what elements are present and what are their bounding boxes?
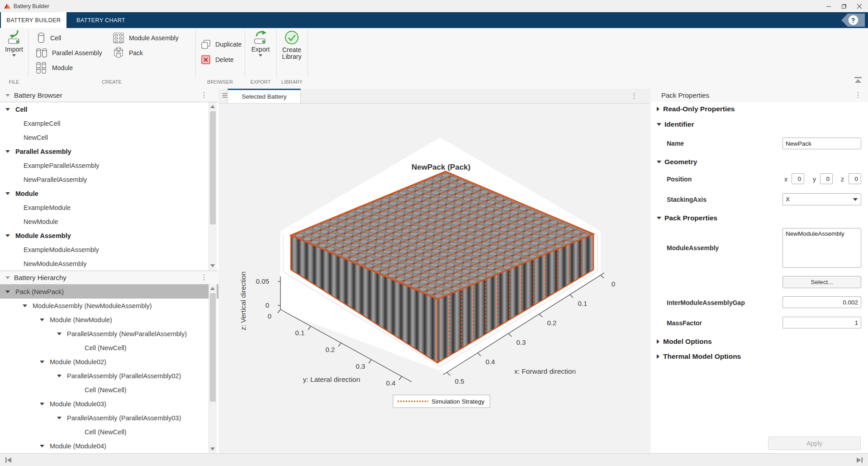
drag-handle-icon[interactable]	[223, 93, 227, 99]
collapse-left-panel-icon[interactable]	[5, 457, 13, 463]
import-button[interactable]: Import	[2, 30, 26, 57]
browser-item-row[interactable]: NewCell	[0, 130, 218, 144]
browser-item-row[interactable]: NewModule	[0, 214, 218, 228]
browser-item-row[interactable]: ExampleModuleAssembly	[0, 243, 218, 257]
hierarchy-row[interactable]: ParallelAssembly (NewParallelAssembly)	[0, 327, 218, 341]
hierarchy-row[interactable]: Module (NewModule)	[0, 313, 218, 327]
minimize-button[interactable]	[821, 0, 836, 12]
browser-item-row[interactable]: NewParallelAssembly	[0, 172, 218, 186]
create-module-button[interactable]: Module	[35, 61, 73, 75]
browser-group-row[interactable]: Module	[0, 186, 218, 200]
expander-icon[interactable]	[57, 333, 62, 335]
browser-group-row[interactable]: Module Assembly	[0, 228, 218, 243]
battery-hierarchy-scrollbar[interactable]	[209, 284, 217, 453]
document-menu-icon[interactable]: ⋮	[631, 91, 638, 100]
battery-browser-scrollbar[interactable]	[209, 102, 217, 270]
section-thermal-model-options[interactable]: Thermal Model Options	[657, 352, 741, 361]
select-button[interactable]: Select...	[783, 276, 861, 288]
svg-text:0.1: 0.1	[578, 300, 588, 307]
stacking-axis-dropdown[interactable]: X	[783, 193, 861, 205]
position-y-field[interactable]: 0	[820, 173, 833, 184]
duplicate-button[interactable]: Duplicate	[200, 38, 242, 51]
battery-hierarchy-header[interactable]: Battery Hierarchy ⋮	[0, 271, 218, 284]
name-field[interactable]: NewPack	[783, 138, 861, 149]
properties-menu-icon[interactable]: ⋮	[854, 90, 862, 99]
pack-3d-plot[interactable]: NewPack (Pack)	[218, 103, 650, 453]
y-axis-label: y: Lateral direction	[303, 376, 360, 383]
expander-icon[interactable]	[5, 192, 10, 195]
name-label: Name	[667, 140, 684, 147]
mass-factor-field[interactable]: 1	[783, 317, 861, 328]
create-library-button[interactable]: Create Library	[277, 30, 306, 60]
battery-browser-header[interactable]: Battery Browser ⋮	[0, 89, 218, 102]
ribbon-group-file: FILE	[0, 77, 28, 87]
hierarchy-row[interactable]: Cell (NewCell)	[0, 425, 218, 439]
browser-item-row[interactable]: NewModuleAssembly	[0, 257, 218, 271]
left-panel: Battery Browser ⋮ CellExampleCellNewCell…	[0, 89, 219, 453]
section-geometry[interactable]: Geometry	[657, 158, 697, 166]
section-identifier[interactable]: Identifier	[657, 120, 694, 128]
tab-battery-chart[interactable]: BATTERY CHART	[71, 12, 130, 28]
browser-item-row[interactable]: ExampleCell	[0, 116, 218, 130]
create-parallel-assembly-button[interactable]: Parallel Assembly	[35, 46, 102, 60]
chevron-down-icon	[657, 217, 661, 219]
hierarchy-row[interactable]: ModuleAssembly (NewModuleAssembly)	[0, 299, 218, 313]
create-module-assembly-button[interactable]: Module Assembly	[112, 31, 179, 45]
import-icon	[7, 30, 21, 45]
tab-battery-builder[interactable]: BATTERY BUILDER	[1, 12, 66, 28]
export-button[interactable]: Export	[247, 30, 274, 57]
plot-legend[interactable]: Simulation Strategy	[393, 395, 490, 408]
hierarchy-row[interactable]: Module (Module02)	[0, 355, 218, 369]
expander-icon[interactable]	[5, 150, 10, 153]
position-x-field[interactable]: 0	[792, 173, 804, 184]
section-pack-properties[interactable]: Pack Properties	[657, 214, 717, 222]
collapse-right-panel-icon[interactable]	[855, 457, 863, 463]
expander-icon[interactable]	[40, 319, 44, 321]
module-assembly-field[interactable]: NewModuleAssembly	[783, 228, 861, 268]
hierarchy-row[interactable]: Module (Module04)	[0, 439, 218, 453]
browser-item-row[interactable]: ExampleParallelAssembly	[0, 158, 218, 172]
chevron-right-icon	[657, 107, 659, 111]
delete-icon	[200, 54, 211, 65]
expander-icon[interactable]	[40, 361, 44, 363]
browser-group-row[interactable]: Cell	[0, 102, 218, 116]
expander-icon[interactable]	[40, 403, 44, 405]
expander-icon[interactable]	[57, 417, 62, 419]
create-cell-button[interactable]: Cell	[36, 31, 61, 45]
help-button[interactable]: ?	[841, 14, 865, 27]
expander-icon[interactable]	[5, 234, 10, 237]
module-assembly-icon	[112, 32, 125, 44]
expander-icon[interactable]	[5, 108, 10, 111]
inter-module-assembly-gap-field[interactable]: 0.002	[783, 296, 861, 308]
expander-icon[interactable]	[40, 445, 44, 447]
duplicate-icon	[200, 39, 211, 50]
collapse-ribbon-button[interactable]	[853, 76, 863, 86]
delete-button[interactable]: Delete	[200, 53, 233, 67]
properties-panel: Pack Properties ⋮ Read-Only Properties I…	[650, 89, 868, 453]
maximize-button[interactable]	[836, 0, 852, 12]
close-button[interactable]	[852, 0, 867, 12]
hierarchy-row[interactable]: ParallelAssembly (ParallelAssembly03)	[0, 411, 218, 425]
expander-icon[interactable]	[5, 290, 10, 293]
browser-item-row[interactable]: ExampleModule	[0, 200, 218, 214]
section-read-only-properties[interactable]: Read-Only Properties	[657, 105, 735, 113]
position-z-field[interactable]: 0	[849, 173, 861, 184]
hierarchy-row[interactable]: ParallelAssembly (ParallelAssembly02)	[0, 369, 218, 383]
expander-icon[interactable]	[57, 375, 62, 377]
apply-button[interactable]: Apply	[768, 437, 861, 450]
hierarchy-row[interactable]: Cell (NewCell)	[0, 383, 218, 397]
import-dropdown-caret	[12, 54, 16, 57]
battery-browser-menu-icon[interactable]: ⋮	[200, 90, 208, 99]
tab-selected-battery[interactable]: Selected Battery	[228, 89, 301, 103]
battery-hierarchy-menu-icon[interactable]: ⋮	[200, 273, 208, 281]
section-model-options[interactable]: Model Options	[657, 338, 712, 346]
hierarchy-row[interactable]: Module (Module03)	[0, 397, 218, 411]
expander-icon[interactable]	[23, 304, 27, 307]
svg-text:0.2: 0.2	[547, 319, 557, 327]
hierarchy-row[interactable]: Pack (NewPack)	[0, 285, 218, 299]
pack-icon	[112, 47, 125, 59]
chevron-right-icon	[657, 339, 659, 344]
create-pack-button[interactable]: Pack	[112, 46, 143, 60]
hierarchy-row[interactable]: Cell (NewCell)	[0, 341, 218, 355]
browser-group-row[interactable]: Parallel Assembly	[0, 144, 218, 158]
